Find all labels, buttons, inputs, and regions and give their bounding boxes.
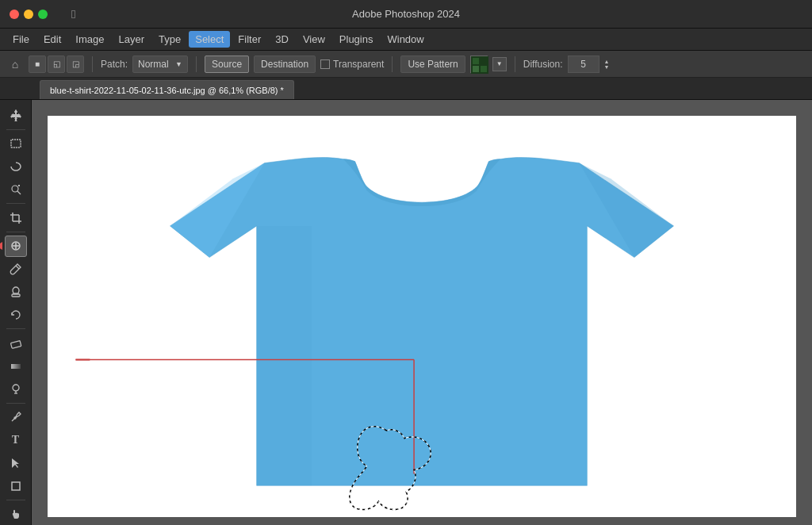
diffusion-input[interactable] (568, 56, 599, 73)
svg-rect-26 (12, 482, 20, 490)
menu-image[interactable]: Image (69, 31, 110, 48)
pattern-dropdown-btn[interactable]: ▼ (492, 57, 507, 71)
text-tool[interactable]: T (5, 430, 27, 451)
heal-tool[interactable] (5, 236, 27, 257)
menu-filter[interactable]: Filter (232, 31, 267, 48)
sidebar: T (0, 100, 32, 525)
title-bar:  Adobe Photoshop 2024 (0, 0, 812, 29)
svg-rect-18 (12, 294, 20, 297)
source-button[interactable]: Source (205, 56, 249, 73)
transparent-label: Transparent (333, 59, 384, 70)
menu-window[interactable]: Window (381, 31, 430, 48)
apple-logo:  (71, 7, 75, 21)
svg-line-9 (17, 191, 21, 194)
use-pattern-button[interactable]: Use Pattern (400, 56, 465, 73)
svg-rect-2 (481, 58, 487, 64)
menu-layer[interactable]: Layer (113, 31, 151, 48)
svg-rect-20 (11, 364, 21, 369)
svg-point-21 (13, 385, 19, 391)
menu-type[interactable]: Type (152, 31, 187, 48)
crop-tool[interactable] (5, 207, 27, 228)
sidebar-sep-4 (6, 328, 25, 329)
transparent-group: Transparent (320, 59, 384, 70)
diffusion-stepper[interactable]: ▲ ▼ (604, 59, 610, 70)
canvas-area[interactable] (32, 100, 812, 525)
sidebar-sep-5 (6, 403, 25, 404)
marquee-tool[interactable] (5, 133, 27, 155)
tool-mode-group: ■ ◱ ◲ (29, 56, 84, 73)
lasso-tool[interactable] (5, 156, 27, 178)
menu-select[interactable]: Select (189, 31, 230, 48)
svg-rect-7 (11, 140, 21, 148)
svg-marker-25 (12, 458, 19, 468)
rectangle-tool[interactable] (5, 475, 27, 496)
active-tool-indicator (0, 242, 2, 250)
sidebar-sep-3 (6, 232, 25, 232)
dodge-tool[interactable] (5, 378, 27, 400)
move-tool[interactable] (5, 105, 27, 126)
destination-button[interactable]: Destination (254, 56, 316, 73)
options-sep-4 (515, 56, 515, 72)
tool-mode-btn-3[interactable]: ◲ (67, 56, 84, 73)
eraser-tool[interactable] (5, 332, 27, 354)
tshirt-canvas (48, 116, 796, 517)
transparent-checkbox[interactable] (320, 59, 330, 69)
menu-edit[interactable]: Edit (37, 31, 67, 48)
tab-bar: blue-t-shirt-2022-11-05-02-11-36-utc.jpg… (0, 78, 812, 100)
tab-filename: blue-t-shirt-2022-11-05-02-11-36-utc.jpg… (50, 86, 284, 95)
svg-rect-3 (473, 66, 479, 72)
canvas-content (48, 116, 796, 517)
main-layout: T (0, 100, 812, 525)
menu-view[interactable]: View (297, 31, 331, 48)
sidebar-sep-2 (6, 203, 25, 204)
patch-mode-dropdown[interactable]: Normal ▼ (132, 56, 188, 73)
pattern-preview[interactable] (470, 56, 488, 73)
home-icon[interactable]: ⌂ (6, 56, 24, 73)
sidebar-sep-6 (6, 500, 25, 500)
tool-mode-btn-2[interactable]: ◱ (48, 56, 65, 73)
svg-rect-19 (10, 340, 21, 348)
menu-3d[interactable]: 3D (269, 31, 295, 48)
options-bar: ⌂ ■ ◱ ◲ Patch: Normal ▼ Source Destinati… (0, 51, 812, 78)
maximize-button[interactable] (38, 10, 48, 19)
svg-line-17 (16, 266, 19, 269)
diffusion-label: Diffusion: (523, 59, 563, 70)
svg-marker-6 (11, 109, 21, 121)
options-sep-2 (196, 56, 197, 72)
menu-bar: File Edit Image Layer Type Select Filter… (0, 29, 812, 51)
tool-mode-btn-1[interactable]: ■ (29, 56, 46, 73)
gradient-tool[interactable] (5, 355, 27, 377)
stamp-tool[interactable] (5, 282, 27, 303)
close-button[interactable] (10, 10, 19, 19)
minimize-button[interactable] (24, 10, 33, 19)
brush-tool[interactable] (5, 259, 27, 280)
history-tool[interactable] (5, 305, 27, 326)
hand-tool[interactable] (5, 504, 27, 525)
svg-point-24 (14, 417, 16, 419)
options-sep-1 (92, 56, 93, 72)
svg-rect-4 (481, 66, 487, 72)
pen-tool[interactable] (5, 407, 27, 428)
menu-plugins[interactable]: Plugins (333, 31, 380, 48)
svg-point-8 (12, 186, 18, 192)
quick-select-tool[interactable] (5, 178, 27, 200)
document-tab[interactable]: blue-t-shirt-2022-11-05-02-11-36-utc.jpg… (40, 80, 294, 99)
sidebar-sep-1 (6, 129, 25, 130)
menu-file[interactable]: File (6, 31, 36, 48)
svg-rect-1 (473, 58, 479, 64)
options-sep-3 (392, 56, 393, 72)
patch-label: Patch: (101, 59, 128, 70)
window-title: Adobe Photoshop 2024 (352, 8, 460, 20)
traffic-lights[interactable] (10, 10, 48, 19)
path-select-tool[interactable] (5, 452, 27, 473)
